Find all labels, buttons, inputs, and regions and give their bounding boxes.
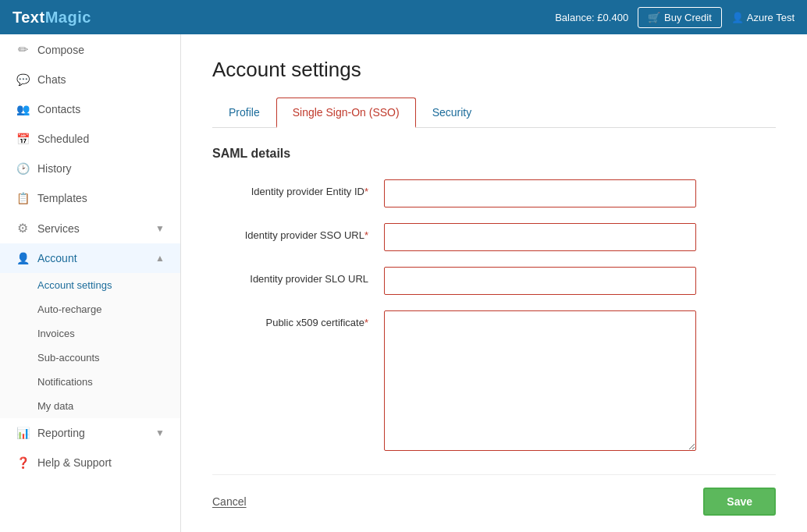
sidebar-item-account[interactable]: Account ▲	[0, 243, 180, 273]
sidebar-item-templates[interactable]: Templates	[0, 183, 180, 213]
header-right: Balance: £0.400 🛒 Buy Credit 👤 Azure Tes…	[555, 7, 795, 28]
contacts-icon	[16, 102, 30, 116]
help-icon	[16, 456, 30, 470]
scheduled-icon	[16, 132, 30, 146]
sidebar-item-help[interactable]: Help & Support	[0, 448, 180, 477]
tab-profile[interactable]: Profile	[212, 98, 276, 128]
saml-form: Identity provider Entity ID* Identity pr…	[212, 179, 776, 516]
submenu-item-auto-recharge[interactable]: Auto-recharge	[0, 297, 180, 321]
logo: TextMagic	[12, 9, 91, 27]
certificate-textarea[interactable]	[384, 310, 696, 451]
slo-url-input[interactable]	[384, 267, 696, 295]
submenu-item-notifications[interactable]: Notifications	[0, 370, 180, 394]
tab-security[interactable]: Security	[416, 98, 489, 128]
submenu-item-my-data[interactable]: My data	[0, 394, 180, 418]
reporting-icon	[16, 426, 30, 440]
user-icon: 👤	[731, 12, 744, 23]
balance-display: Balance: £0.400	[555, 12, 628, 23]
sidebar-item-chats[interactable]: Chats	[0, 65, 180, 94]
certificate-label: Public x509 certificate*	[212, 310, 384, 328]
entity-id-required: *	[364, 186, 368, 197]
sidebar: Compose Chats Contacts Scheduled History…	[0, 34, 181, 532]
sidebar-item-contacts[interactable]: Contacts	[0, 94, 180, 124]
services-icon	[16, 221, 30, 236]
tabs-bar: Profile Single Sign-On (SSO) Security	[212, 98, 776, 128]
submenu-item-account-settings[interactable]: Account settings	[0, 273, 180, 297]
sso-url-group: Identity provider SSO URL*	[212, 223, 776, 251]
sidebar-item-history[interactable]: History	[0, 154, 180, 183]
sidebar-item-scheduled[interactable]: Scheduled	[0, 124, 180, 154]
chats-icon	[16, 73, 30, 87]
entity-id-input[interactable]	[384, 179, 696, 207]
sso-url-label: Identity provider SSO URL*	[212, 223, 384, 241]
header: TextMagic Balance: £0.400 🛒 Buy Credit 👤…	[0, 0, 807, 34]
entity-id-group: Identity provider Entity ID*	[212, 179, 776, 207]
submenu-item-sub-accounts[interactable]: Sub-accounts	[0, 346, 180, 370]
page-title: Account settings	[212, 58, 776, 82]
main-layout: Compose Chats Contacts Scheduled History…	[0, 34, 807, 532]
account-icon	[16, 251, 30, 265]
tab-sso[interactable]: Single Sign-On (SSO)	[276, 98, 416, 128]
buy-credit-button[interactable]: 🛒 Buy Credit	[638, 7, 722, 28]
account-submenu: Account settings Auto-recharge Invoices …	[0, 273, 180, 418]
cart-icon: 🛒	[648, 12, 660, 23]
main-content: Account settings Profile Single Sign-On …	[181, 34, 807, 532]
slo-url-group: Identity provider SLO URL	[212, 267, 776, 295]
account-arrow-icon: ▲	[155, 253, 165, 264]
sso-url-required: *	[364, 229, 368, 241]
templates-icon	[16, 191, 30, 205]
reporting-arrow-icon: ▼	[155, 427, 165, 438]
sidebar-item-compose[interactable]: Compose	[0, 34, 180, 65]
compose-icon	[16, 42, 30, 57]
form-actions: Cancel Save	[212, 474, 776, 516]
section-title: SAML details	[212, 147, 776, 161]
entity-id-label: Identity provider Entity ID*	[212, 179, 384, 197]
sidebar-item-reporting[interactable]: Reporting ▼	[0, 418, 180, 448]
cancel-button[interactable]: Cancel	[212, 495, 247, 508]
history-icon	[16, 161, 30, 176]
sidebar-item-services[interactable]: Services ▼	[0, 213, 180, 243]
sso-url-input[interactable]	[384, 223, 696, 251]
slo-url-label: Identity provider SLO URL	[212, 267, 384, 285]
save-button[interactable]: Save	[703, 488, 776, 516]
certificate-required: *	[364, 317, 368, 328]
certificate-group: Public x509 certificate*	[212, 310, 776, 451]
services-arrow-icon: ▼	[155, 223, 165, 234]
submenu-item-invoices[interactable]: Invoices	[0, 321, 180, 346]
user-menu[interactable]: 👤 Azure Test	[731, 12, 795, 23]
